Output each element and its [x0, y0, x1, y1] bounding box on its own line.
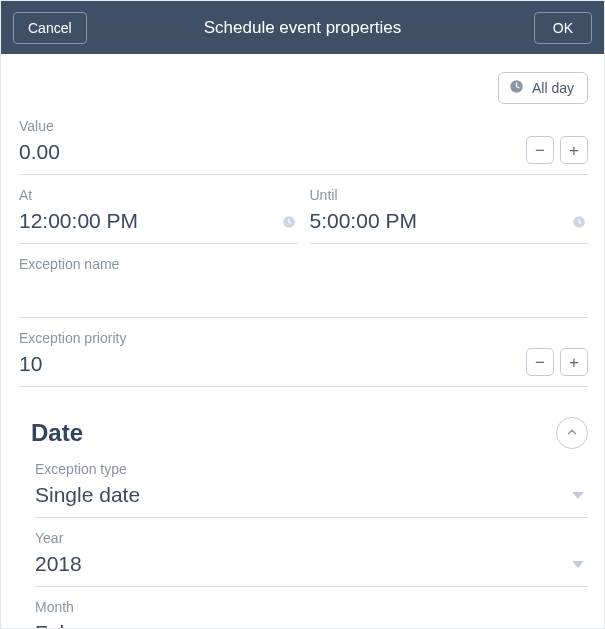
priority-minus-button[interactable]: −	[526, 348, 554, 376]
until-value: 5:00:00 PM	[310, 205, 589, 243]
until-label: Until	[310, 187, 589, 203]
exception-type-label: Exception type	[35, 461, 588, 477]
value-label: Value	[19, 118, 588, 134]
exception-name-value	[19, 274, 588, 288]
date-section-title: Date	[31, 419, 83, 447]
year-value: 2018	[35, 552, 82, 576]
month-value: February	[35, 621, 119, 628]
clock-icon	[509, 79, 524, 97]
caret-down-icon	[572, 561, 584, 568]
collapse-button[interactable]	[556, 417, 588, 449]
value-field: Value 0.00 − +	[19, 118, 588, 175]
exception-type-field[interactable]: Exception type Single date	[35, 461, 588, 518]
dialog-body: All day Value 0.00 − + At 12:00:00 PM Un…	[1, 54, 604, 628]
exception-name-label: Exception name	[19, 256, 588, 272]
chevron-up-icon	[565, 425, 579, 442]
until-field[interactable]: Until 5:00:00 PM	[310, 187, 589, 244]
exception-priority-value[interactable]: 10	[19, 348, 588, 386]
year-label: Year	[35, 530, 588, 546]
value-minus-button[interactable]: −	[526, 136, 554, 164]
value-stepper: − +	[526, 136, 588, 164]
value-value[interactable]: 0.00	[19, 136, 588, 174]
exception-priority-label: Exception priority	[19, 330, 588, 346]
all-day-label: All day	[532, 80, 574, 96]
value-plus-button[interactable]: +	[560, 136, 588, 164]
exception-type-value: Single date	[35, 483, 140, 507]
exception-name-field[interactable]: Exception name	[19, 256, 588, 318]
at-label: At	[19, 187, 298, 203]
priority-plus-button[interactable]: +	[560, 348, 588, 376]
clock-icon	[282, 215, 296, 229]
all-day-toggle[interactable]: All day	[498, 72, 588, 104]
ok-button[interactable]: OK	[534, 12, 592, 44]
dialog: Cancel Schedule event properties OK All …	[0, 0, 605, 629]
month-label: Month	[35, 599, 588, 615]
month-field[interactable]: Month February	[35, 599, 588, 628]
dialog-title: Schedule event properties	[204, 18, 402, 38]
date-section-header: Date	[19, 399, 588, 461]
exception-priority-stepper: − +	[526, 348, 588, 376]
at-field[interactable]: At 12:00:00 PM	[19, 187, 298, 244]
exception-priority-field: Exception priority 10 − +	[19, 330, 588, 387]
at-value: 12:00:00 PM	[19, 205, 298, 243]
date-section-body: Exception type Single date Year 2018 Mon…	[19, 461, 588, 628]
cancel-button[interactable]: Cancel	[13, 12, 87, 44]
year-field[interactable]: Year 2018	[35, 530, 588, 587]
clock-icon	[572, 215, 586, 229]
caret-down-icon	[572, 492, 584, 499]
dialog-header: Cancel Schedule event properties OK	[1, 1, 604, 54]
